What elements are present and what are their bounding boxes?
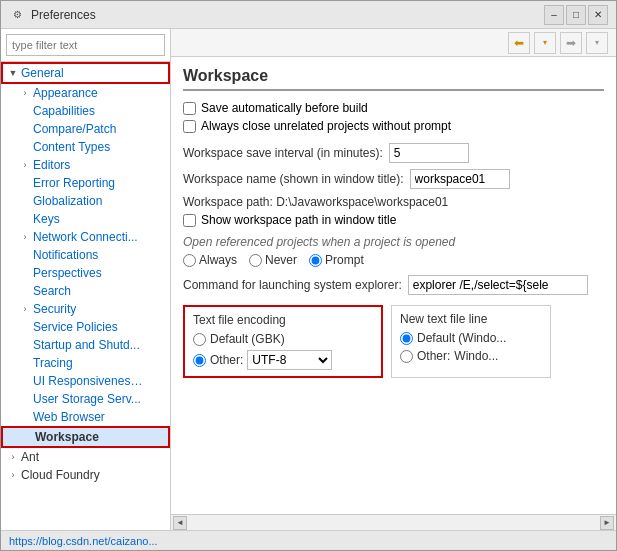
sidebar-label-globalization: Globalization	[33, 194, 102, 208]
forward-button[interactable]: ➡	[560, 32, 582, 54]
sidebar-label-content-types: Content Types	[33, 140, 110, 154]
sidebar-label-security: Security	[33, 302, 76, 316]
expand-icon-cloud-foundry: ›	[7, 469, 19, 481]
tree: ▼ General › Appearance Capabilities Comp…	[1, 62, 170, 530]
encoding-box: Text file encoding Default (GBK) Other: …	[183, 305, 383, 378]
sidebar-item-startup[interactable]: Startup and Shutd...	[1, 336, 170, 354]
command-input[interactable]	[408, 275, 588, 295]
save-auto-checkbox[interactable]	[183, 102, 196, 115]
encoding-default-row: Default (GBK)	[193, 332, 373, 346]
scroll-right-button[interactable]: ►	[600, 516, 614, 530]
workspace-path-value: D:\Javaworkspace\workspace01	[276, 195, 448, 209]
workspace-path-row: Workspace path: D:\Javaworkspace\workspa…	[183, 195, 604, 209]
sidebar-item-capabilities[interactable]: Capabilities	[1, 102, 170, 120]
workspace-name-input[interactable]	[410, 169, 510, 189]
sidebar-item-service-policies[interactable]: Service Policies	[1, 318, 170, 336]
command-row: Command for launching system explorer:	[183, 275, 604, 295]
close-unrelated-checkbox[interactable]	[183, 120, 196, 133]
right-panel: ⬅ ▾ ➡ ▾ Workspace Save automatically bef…	[171, 29, 616, 530]
save-interval-label: Workspace save interval (in minutes):	[183, 146, 383, 160]
sidebar-item-content-types[interactable]: Content Types	[1, 138, 170, 156]
sidebar-label-startup: Startup and Shutd...	[33, 338, 140, 352]
radio-never-input[interactable]	[249, 254, 262, 267]
encoding-other-label: Other:	[210, 353, 243, 367]
status-url: https://blog.csdn.net/caizano...	[9, 535, 158, 547]
sidebar-item-ant[interactable]: › Ant	[1, 448, 170, 466]
newline-other-radio[interactable]	[400, 350, 413, 363]
save-auto-row: Save automatically before build	[183, 101, 604, 115]
sidebar-item-editors[interactable]: › Editors	[1, 156, 170, 174]
encoding-default-label: Default (GBK)	[210, 332, 285, 346]
sidebar-item-cloud-foundry[interactable]: › Cloud Foundry	[1, 466, 170, 484]
sidebar-label-user-storage: User Storage Serv...	[33, 392, 141, 406]
sidebar-item-tracing[interactable]: Tracing	[1, 354, 170, 372]
scroll-left-button[interactable]: ◄	[173, 516, 187, 530]
sidebar-item-general[interactable]: ▼ General	[1, 62, 170, 84]
sidebar-label-keys: Keys	[33, 212, 60, 226]
sidebar-item-appearance[interactable]: › Appearance	[1, 84, 170, 102]
encoding-default-radio[interactable]	[193, 333, 206, 346]
sidebar-item-error-reporting[interactable]: Error Reporting	[1, 174, 170, 192]
show-path-label: Show workspace path in window title	[201, 213, 396, 227]
radio-never: Never	[249, 253, 297, 267]
radio-prompt: Prompt	[309, 253, 364, 267]
sidebar-label-ui-responsiveness: UI Responsiveness...	[33, 374, 143, 388]
sidebar-item-security[interactable]: › Security	[1, 300, 170, 318]
preferences-window: ⚙ Preferences – □ ✕ ▼ General › Appearan	[0, 0, 617, 551]
sidebar-item-network[interactable]: › Network Connecti...	[1, 228, 170, 246]
expand-icon-network: ›	[19, 231, 31, 243]
workspace-path-label: Workspace path:	[183, 195, 273, 209]
sidebar-item-perspectives[interactable]: Perspectives	[1, 264, 170, 282]
expand-icon-security: ›	[19, 303, 31, 315]
back-dropdown[interactable]: ▾	[534, 32, 556, 54]
window-title: Preferences	[31, 8, 544, 22]
show-path-checkbox[interactable]	[183, 214, 196, 227]
panel-title: Workspace	[183, 67, 604, 91]
sidebar-label-notifications: Notifications	[33, 248, 98, 262]
search-input[interactable]	[6, 34, 165, 56]
back-button[interactable]: ⬅	[508, 32, 530, 54]
sidebar-label-tracing: Tracing	[33, 356, 73, 370]
forward-dropdown[interactable]: ▾	[586, 32, 608, 54]
close-unrelated-row: Always close unrelated projects without …	[183, 119, 604, 133]
h-scroll-track[interactable]	[189, 519, 598, 527]
workspace-name-row: Workspace name (shown in window title):	[183, 169, 604, 189]
radio-always-input[interactable]	[183, 254, 196, 267]
sidebar-label-ant: Ant	[21, 450, 39, 464]
open-projects-label: Open referenced projects when a project …	[183, 235, 604, 249]
close-unrelated-label: Always close unrelated projects without …	[201, 119, 451, 133]
sidebar-item-keys[interactable]: Keys	[1, 210, 170, 228]
expand-icon-editors: ›	[19, 159, 31, 171]
newline-default-radio[interactable]	[400, 332, 413, 345]
maximize-button[interactable]: □	[566, 5, 586, 25]
sidebar-label-editors: Editors	[33, 158, 70, 172]
newline-other-value: Windo...	[454, 349, 498, 363]
sidebar-label-cloud-foundry: Cloud Foundry	[21, 468, 100, 482]
radio-always-label: Always	[199, 253, 237, 267]
sidebar-item-globalization[interactable]: Globalization	[1, 192, 170, 210]
bottom-section: Text file encoding Default (GBK) Other: …	[183, 305, 604, 378]
sidebar-item-compare-patch[interactable]: Compare/Patch	[1, 120, 170, 138]
newline-title: New text file line	[400, 312, 542, 326]
sidebar-item-user-storage[interactable]: User Storage Serv...	[1, 390, 170, 408]
panel-content: Workspace Save automatically before buil…	[171, 57, 616, 514]
sidebar-item-ui-responsiveness[interactable]: UI Responsiveness...	[1, 372, 170, 390]
encoding-options: Default (GBK) Other: UTF-8 UTF-16 ISO-88…	[193, 332, 373, 370]
radio-prompt-input[interactable]	[309, 254, 322, 267]
minimize-button[interactable]: –	[544, 5, 564, 25]
sidebar-item-workspace[interactable]: Workspace	[1, 426, 170, 448]
show-path-row: Show workspace path in window title	[183, 213, 604, 227]
encoding-other-select[interactable]: UTF-8 UTF-16 ISO-8859-1	[247, 350, 332, 370]
sidebar-label-service-policies: Service Policies	[33, 320, 118, 334]
newline-other-label: Other:	[417, 349, 450, 363]
close-button[interactable]: ✕	[588, 5, 608, 25]
save-interval-input[interactable]	[389, 143, 469, 163]
horizontal-scrollbar: ◄ ►	[171, 514, 616, 530]
sidebar-item-search[interactable]: Search	[1, 282, 170, 300]
save-auto-label: Save automatically before build	[201, 101, 368, 115]
encoding-other-radio[interactable]	[193, 354, 206, 367]
sidebar-item-notifications[interactable]: Notifications	[1, 246, 170, 264]
newline-default-row: Default (Windo...	[400, 331, 542, 345]
radio-row: Always Never Prompt	[183, 253, 604, 267]
sidebar-item-web-browser[interactable]: Web Browser	[1, 408, 170, 426]
